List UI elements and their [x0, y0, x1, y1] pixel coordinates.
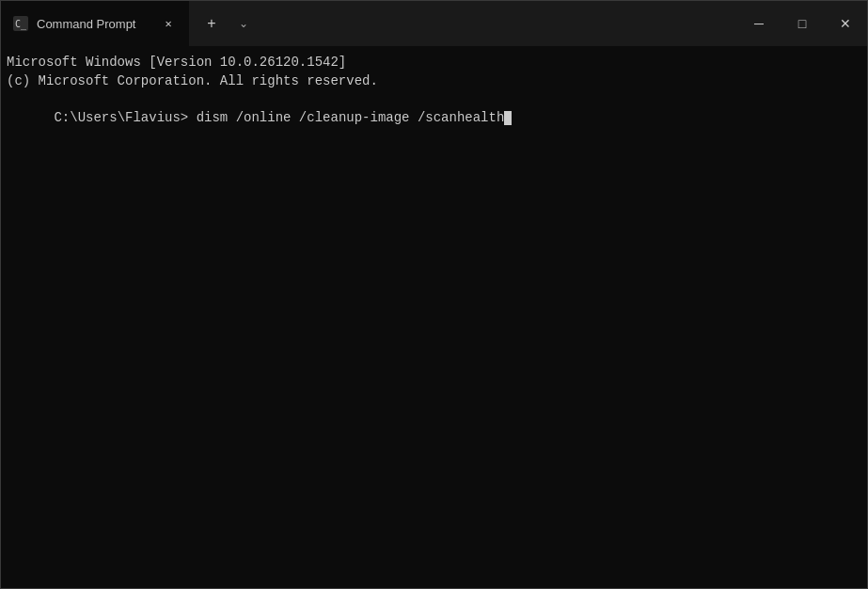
cursor	[504, 111, 512, 125]
cmd-icon: C_	[12, 15, 29, 32]
maximize-button[interactable]: □	[781, 1, 824, 46]
terminal-window: C_ Command Prompt ✕ + ⌄ ─ □ ✕ Microsoft …	[0, 0, 868, 589]
output-line-1: Microsoft Windows [Version 10.0.26120.15…	[7, 54, 861, 72]
tab-actions: + ⌄	[189, 1, 266, 46]
window-controls: ─ □ ✕	[737, 1, 867, 46]
new-tab-button[interactable]: +	[197, 8, 227, 39]
svg-text:C_: C_	[15, 19, 27, 30]
tab-dropdown-button[interactable]: ⌄	[229, 8, 259, 39]
tab-close-button[interactable]: ✕	[159, 14, 178, 33]
output-line-2: (c) Microsoft Corporation. All rights re…	[7, 72, 861, 91]
titlebar: C_ Command Prompt ✕ + ⌄ ─ □ ✕	[1, 1, 867, 46]
tab-area: C_ Command Prompt ✕ + ⌄	[1, 1, 737, 46]
command-line: C:\Users\Flavius> dism /online /cleanup-…	[7, 90, 861, 146]
active-tab[interactable]: C_ Command Prompt ✕	[1, 1, 189, 46]
prompt: C:\Users\Flavius>	[54, 110, 196, 125]
close-button[interactable]: ✕	[824, 1, 867, 46]
tab-title-label: Command Prompt	[37, 17, 151, 31]
command-text: dism /online /cleanup-image /scanhealth	[197, 110, 505, 125]
terminal-body[interactable]: Microsoft Windows [Version 10.0.26120.15…	[1, 46, 867, 588]
minimize-button[interactable]: ─	[737, 1, 781, 46]
